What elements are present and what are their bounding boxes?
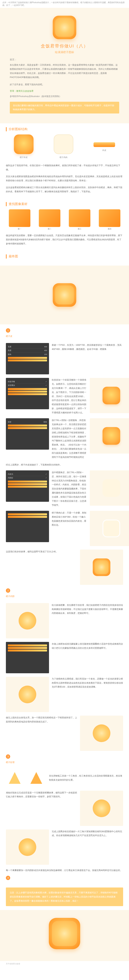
ref-4: 图四	[99, 209, 120, 230]
step6-title: 橙子内部	[6, 594, 123, 598]
step-1a: 宽度400 高度400 圆角100 新建一个PSD，长宽为：1000*700，然…	[0, 343, 129, 374]
ref-cap-2: 图二	[39, 228, 61, 230]
ref-2: 图二	[39, 209, 61, 230]
triangle-1	[6, 769, 24, 787]
struct-p3: 这次盒饭君就把橙肉分解成三个部分光说教程行是列出来的颜色和和呈上面的对应的，实际…	[6, 185, 123, 194]
struct-p2: 其实大家会观察发现图是由橙皮和果肉有机地组合而成由外再到内细节。无论是外皮还是果…	[6, 175, 123, 183]
intro-label: 前言：	[4, 58, 125, 61]
struct-item-peel: 外皮	[94, 134, 115, 159]
ps-panel-3: 渐变线性	[6, 418, 49, 450]
step-4: 橙子果肉白皮：只需一个步骤，复制果肉层缩小368*368，给他一个象白色面颜色变…	[0, 511, 129, 546]
top-meta: 点评：今天带来了盒饭君的第八期Photoshop温暖设计，一款次时代的橙子图标绘…	[0, 0, 129, 8]
slice-ref	[6, 603, 49, 638]
section-refs-title: 查找图像素材	[6, 202, 123, 206]
result-2	[90, 418, 129, 453]
shape-peel-strip	[94, 142, 115, 147]
shape-flesh	[54, 134, 73, 154]
hero-subtitle: 绘满满橙子图标	[4, 51, 125, 54]
section-structure: 分析图标结构 橙子外皮 橙子内肉 外皮 做到这步了我觉得不错。在我们面对一个稍微…	[0, 123, 129, 198]
step-7: 在做上画橙加或填充蒙版蒙上填充随便按把圆圈稍小适选中形色或角格到达缩小把它们光蒙…	[0, 642, 129, 673]
final-orange-icon	[49, 918, 80, 949]
step-10-text: 首先用钢笔工具画一个三角形，给三角形填充上合适的纹理图案填充，然后复制很多次旋转…	[49, 774, 123, 782]
ps-panel-2: 斜面浮雕✓ 渐变叠加✓	[6, 378, 49, 409]
result-4	[90, 511, 129, 546]
struct-item-skin: 橙子外皮	[14, 134, 33, 159]
struct-item-flesh: 橙子内肉	[54, 134, 73, 159]
ref-3: 图三	[69, 209, 91, 230]
result-1-icon	[102, 387, 120, 404]
result-3	[90, 470, 129, 506]
step-2: 渐变线性 按CTRL+J复制一层橙圆角，并把填充效果去掉一个，双击图层形状把把其…	[0, 418, 129, 459]
step-7-text: 在做上画橙加或填充蒙版蒙上填充随便按把圆圈稍小适选中形色或角格到达缩小把它们光蒙…	[52, 642, 123, 650]
preview-orange-icon	[53, 283, 76, 307]
step-11-text: 准备好鼠标点完成后应该是一个完整圆形橙瓣效果，做到这图下一步就是把它贴入橙子果肉…	[6, 791, 77, 799]
step-1b-text: 给形状加一个斜面浮雕和一个渐变填充。如图所示。注意给斜面浮雕的打光方向要调一下，…	[52, 378, 87, 415]
step-5-text: 这是我们初步的效果，做到这里即可算成了百分之40。	[6, 550, 77, 554]
step-4-text: 橙子果肉白皮：只需一个步骤，复制果肉层缩小368*368，给他一个象白色面颜色变…	[52, 511, 87, 527]
step-12-text: 完成上面两步校后把做好一片三角片复制调整后移到360度围绕中心排列完成。你会发现…	[52, 829, 123, 838]
refs-p1: 做这样超写实的图标，需要一定的观察能力去创意。只是凭空去想象肯定能做不出来，特别…	[6, 234, 123, 246]
hero-title: 盒饭君带你做UI（八）	[4, 43, 125, 49]
final-preview	[0, 910, 129, 961]
ref-cap-4: 图四	[99, 228, 120, 230]
result-11	[80, 791, 123, 826]
ref-cap-3: 图三	[69, 228, 91, 230]
intro-p2: 好了话不多说，看看下面的内容吧。	[4, 83, 125, 90]
step-badge-2: 2	[6, 589, 10, 593]
result-5	[80, 550, 123, 585]
step-13: 每一个果瓣都要加一层内阴影或且外发描边来压制边缘稍暗，让它看起来立体感觉包下去。…	[0, 868, 129, 872]
step-6: 给大家画橙瓣，首先要橙子的纹理，我们知道橙橙子内部的也有很多组织结构果囊纹有很鲜…	[0, 603, 129, 638]
intro-p1: 各位朋友大家好，我是盒饭君！又到周末啦，时间过得真快。这一期盒饭君将带给大家做一…	[4, 63, 125, 83]
ps-panel-1: 宽度400 高度400 圆角100	[6, 343, 49, 374]
slice-9	[93, 724, 110, 742]
result-1	[90, 378, 129, 413]
slice-11	[93, 800, 110, 817]
ref-img-2	[39, 209, 61, 227]
result-8	[6, 677, 49, 712]
step-3b-text: 选中橙圆角层，按CTRL+J复制一层，保持在顶层上面，缩小一定像素88左右宽高为…	[52, 470, 87, 507]
hero-section: 盒饭君带你做UI（八） 绘满满橙子图标 前言： 各位朋友大家好，我是盒饭君！又到…	[0, 8, 129, 123]
ps-panel-6	[6, 642, 49, 673]
struct-cap-c: 外皮	[94, 149, 115, 152]
result-2-icon	[102, 427, 120, 445]
slice-8	[19, 686, 36, 703]
ref-img-4	[99, 209, 120, 227]
result-12	[6, 829, 49, 865]
section-preview-title: 最终图	[6, 255, 123, 259]
hero-orange-icon	[53, 16, 76, 39]
ps-panel-5	[6, 511, 49, 542]
ref-1: 图一	[9, 209, 30, 230]
step-9: 做完上面的后会发现太亮，加一个图层填充暗橙色压一下暗部就和谐了。上面用到的果肉质…	[0, 716, 129, 751]
big-preview	[0, 266, 129, 325]
section-refs: 查找图像素材 图一 图二 图三 图四 做这样超写实的图标，需要一定的观察能力去创…	[0, 198, 129, 250]
step-12: 完成上面两步校后把做好一片三角片复制调整后移到360度围绕中心排列完成。你会发现…	[0, 829, 129, 865]
step-11: 准备好鼠标点完成后应该是一个完整圆形橙瓣效果，做到这图下一步就是把它贴入橙子果肉…	[0, 791, 129, 826]
result-5-icon	[93, 558, 110, 576]
hint-box: 首先我们要明白侧切板的展示性，即作品中看起来则应该多一重设计成分，可能你吃不完橙…	[10, 102, 119, 113]
ref-img-3	[69, 209, 91, 227]
step-8: 为了使橙肉有点透明感，我们究竟加一个发光，还要做一个反光的渐变让橙肉看有点那种透…	[0, 677, 129, 712]
section-preview: 最终图	[0, 250, 129, 264]
step-badge-1: 1	[6, 328, 10, 332]
struct-cap-b: 橙子内肉	[54, 156, 73, 159]
step-2-text: 按CTRL+J复制一层橙圆角，并把填充效果去掉一个，双击图层形状把把其高度向上提…	[52, 418, 87, 459]
software-version: 参考软件Photoshop及Illustrator（版本随意没有限制）	[4, 95, 125, 102]
step-13-text: 每一个果瓣都要加一层内阴影或且外发描边来压制边缘稍暗，让它看起来立体感觉包下去。…	[6, 868, 123, 872]
orange-slice	[19, 612, 36, 630]
step-6-text: 给大家画橙瓣，首先要橙子的纹理，我们知道橙橙子内部的也有很多组织结构果囊纹有很鲜…	[52, 603, 123, 616]
step-3b: 内发光✓ 内阴影✓ 选中橙圆角层，按CTRL+J复制一层，保持在顶层上面，缩小一…	[0, 470, 129, 507]
result-3-icon	[102, 479, 120, 497]
ref-cap-1: 图一	[9, 228, 30, 230]
author-weibo: 苔薄：微博关注@盒饭君	[4, 89, 125, 95]
step-3-t1: 经过上面两步，橙子外皮就做好了，下面果肉部分的制作。	[6, 463, 123, 467]
step-1b: 斜面浮雕✓ 渐变叠加✓ 给形状加一个斜面浮雕和一个渐变填充。如图所示。注意给斜面…	[0, 378, 129, 415]
shape-orange-skin	[14, 134, 33, 154]
ref-img-1	[9, 209, 30, 227]
section-structure-title: 分析图标结构	[6, 127, 123, 131]
step-badge-3: 3	[6, 754, 10, 759]
triangle-2	[27, 769, 45, 787]
step-3: 经过上面两步，橙子外皮就做好了，下面果肉部分的制作。	[0, 463, 129, 467]
result-4-icon	[102, 520, 120, 537]
step-9-text: 做完上面的后会发现太亮，加一个图层填充暗橙色压一下暗部就和谐了。上面用到的果肉质…	[6, 716, 77, 724]
summary-box: 注意：以上步骤不是绝死的教程图大纲，设置的数值有些许偏差没关系，只要不离谱就可以…	[6, 888, 123, 906]
